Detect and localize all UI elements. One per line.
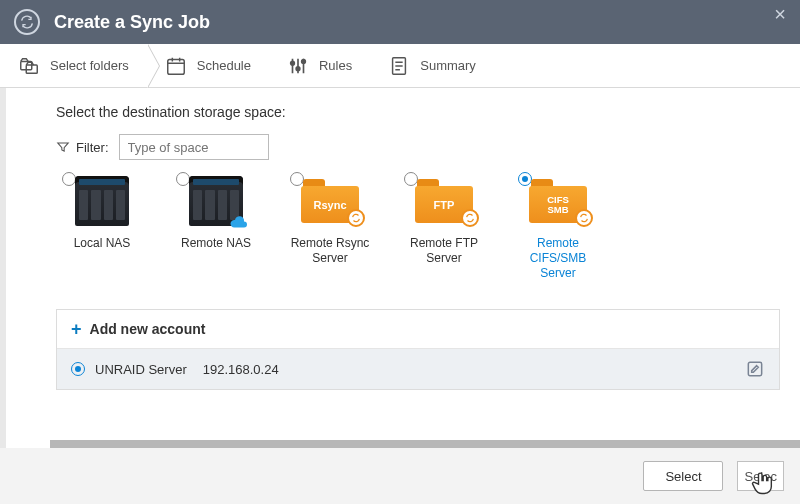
- wizard-steps: Select folders Schedule Rules Summary: [0, 44, 800, 88]
- folders-icon: [18, 55, 40, 77]
- option-label: Remote FTP Server: [398, 236, 490, 266]
- add-account-label: Add new account: [90, 321, 206, 337]
- filter-input[interactable]: [119, 134, 269, 160]
- sync-arrows-icon: [575, 209, 593, 227]
- option-label: Remote CIFS/SMB Server: [512, 236, 604, 281]
- svg-rect-2: [168, 59, 185, 74]
- document-icon: [388, 55, 410, 77]
- select-button[interactable]: Select: [643, 461, 723, 491]
- option-remote-ftp[interactable]: FTP Remote FTP Server: [398, 170, 490, 266]
- account-name: UNRAID Server: [95, 362, 187, 377]
- window-title: Create a Sync Job: [54, 12, 210, 33]
- folder-badge: CIFS SMB: [547, 195, 569, 215]
- folder-badge: Rsync: [313, 199, 346, 211]
- filter-row: Filter:: [56, 134, 800, 160]
- radio-selected-icon: [71, 362, 85, 376]
- step-schedule[interactable]: Schedule: [147, 44, 269, 87]
- option-remote-rsync[interactable]: Rsync Remote Rsync Server: [284, 170, 376, 266]
- step-select-folders[interactable]: Select folders: [0, 44, 147, 87]
- svg-rect-7: [748, 362, 761, 375]
- option-local-nas[interactable]: Local NAS: [56, 170, 148, 251]
- filter-label-text: Filter:: [76, 140, 109, 155]
- folder-icon: CIFS SMB: [529, 179, 587, 223]
- step-label: Summary: [420, 58, 476, 73]
- svg-point-3: [291, 61, 295, 65]
- filter-icon: [56, 140, 70, 154]
- folder-icon: Rsync: [301, 179, 359, 223]
- option-remote-cifs-smb[interactable]: CIFS SMB Remote CIFS/SMB Server: [512, 170, 604, 281]
- sliders-icon: [287, 55, 309, 77]
- option-label: Remote NAS: [170, 236, 262, 251]
- option-label: Remote Rsync Server: [284, 236, 376, 266]
- add-account-button[interactable]: + Add new account: [57, 310, 779, 349]
- account-ip: 192.168.0.24: [203, 362, 279, 377]
- nas-device-icon: [189, 176, 243, 226]
- select-button-overflow[interactable]: Selec: [737, 461, 784, 491]
- titlebar: Create a Sync Job ×: [0, 0, 800, 44]
- plus-icon: +: [71, 320, 82, 338]
- cloud-icon: [225, 214, 251, 232]
- calendar-icon: [165, 55, 187, 77]
- svg-point-4: [296, 66, 300, 70]
- nas-device-icon: [75, 176, 129, 226]
- account-row[interactable]: UNRAID Server 192.168.0.24: [57, 349, 779, 389]
- step-rules[interactable]: Rules: [269, 44, 370, 87]
- sync-logo-icon: [14, 9, 40, 35]
- step-summary[interactable]: Summary: [370, 44, 494, 87]
- accounts-panel: + Add new account UNRAID Server 192.168.…: [56, 309, 780, 390]
- folder-icon: FTP: [415, 179, 473, 223]
- destination-heading: Select the destination storage space:: [56, 104, 800, 120]
- step-label: Schedule: [197, 58, 251, 73]
- edit-icon[interactable]: [745, 359, 765, 379]
- footer: Select Selec: [0, 448, 800, 504]
- option-remote-nas[interactable]: Remote NAS: [170, 170, 262, 251]
- close-button[interactable]: ×: [770, 4, 790, 24]
- step-label: Rules: [319, 58, 352, 73]
- option-label: Local NAS: [56, 236, 148, 251]
- svg-point-5: [302, 59, 306, 63]
- sync-arrows-icon: [347, 209, 365, 227]
- content-panel: Select the destination storage space: Fi…: [6, 88, 800, 448]
- sync-arrows-icon: [461, 209, 479, 227]
- step-label: Select folders: [50, 58, 129, 73]
- folder-badge: FTP: [434, 199, 455, 211]
- destination-options: Local NAS Remote NAS Rsync: [56, 170, 800, 281]
